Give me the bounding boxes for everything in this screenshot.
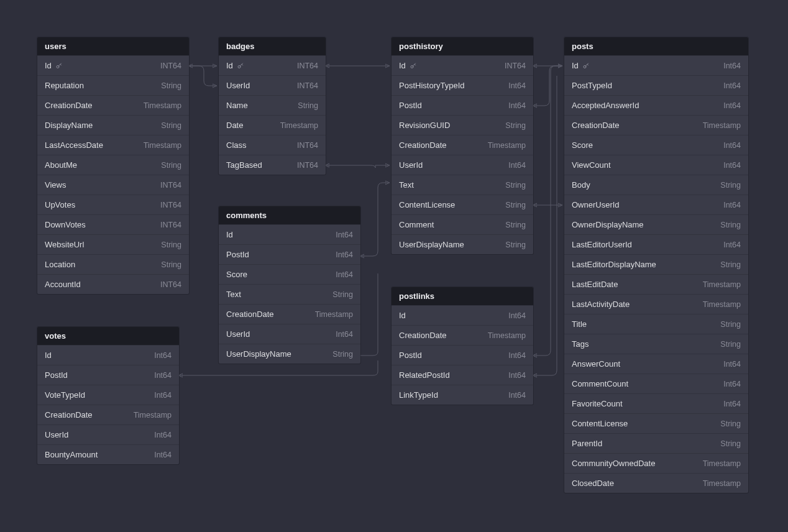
table-row[interactable]: DisplayNameString bbox=[37, 115, 189, 135]
column-type: String bbox=[505, 121, 526, 130]
table-row[interactable]: UserIdINT64 bbox=[219, 75, 326, 95]
column-name-text: RelatedPostId bbox=[399, 370, 450, 380]
table-row[interactable]: ClosedDateTimestamp bbox=[564, 473, 748, 493]
table-header[interactable]: posthistory bbox=[392, 37, 533, 55]
table-row[interactable]: CreationDateTimestamp bbox=[37, 95, 189, 115]
column-name-text: Date bbox=[226, 121, 243, 130]
table-row[interactable]: TagsString bbox=[564, 334, 748, 354]
table-row[interactable]: ParentIdString bbox=[564, 433, 748, 453]
table-row[interactable]: RevisionGUIDString bbox=[392, 115, 533, 135]
column-type: Timestamp bbox=[703, 300, 741, 309]
table-row[interactable]: CommentString bbox=[392, 214, 533, 234]
table-row[interactable]: LastEditDateTimestamp bbox=[564, 274, 748, 294]
table-row[interactable]: AccountIdINT64 bbox=[37, 274, 189, 294]
table-row[interactable]: UserIdInt64 bbox=[219, 324, 360, 344]
table-row[interactable]: ContentLicenseString bbox=[392, 195, 533, 214]
table-row[interactable]: AboutMeString bbox=[37, 155, 189, 175]
table-row[interactable]: AcceptedAnswerIdInt64 bbox=[564, 95, 748, 115]
table-row[interactable]: PostIdInt64 bbox=[37, 365, 179, 385]
table-row[interactable]: ViewsINT64 bbox=[37, 175, 189, 195]
table-row[interactable]: CreationDateTimestamp bbox=[392, 325, 533, 345]
table-row[interactable]: PostIdInt64 bbox=[219, 244, 360, 264]
column-name-text: PostId bbox=[45, 370, 68, 380]
column-name-text: Id bbox=[399, 61, 406, 70]
column-type: String bbox=[505, 181, 526, 190]
table-header[interactable]: postlinks bbox=[392, 287, 533, 305]
table-postlinks[interactable]: postlinksIdInt64CreationDateTimestampPos… bbox=[392, 287, 533, 405]
table-row[interactable]: ViewCountInt64 bbox=[564, 155, 748, 175]
table-row[interactable]: TitleString bbox=[564, 314, 748, 334]
table-row[interactable]: CreationDateTimestamp bbox=[219, 304, 360, 324]
table-users[interactable]: usersIdINT64ReputationStringCreationDate… bbox=[37, 37, 189, 294]
table-row[interactable]: LastAccessDateTimestamp bbox=[37, 135, 189, 155]
column-name-text: CreationDate bbox=[399, 140, 447, 150]
column-name-text: Id bbox=[45, 61, 52, 70]
table-row[interactable]: CommentCountInt64 bbox=[564, 374, 748, 393]
column-type: Timestamp bbox=[280, 121, 318, 130]
table-row[interactable]: PostIdInt64 bbox=[392, 95, 533, 115]
table-row[interactable]: BodyString bbox=[564, 175, 748, 195]
column-type: String bbox=[332, 290, 353, 299]
table-row[interactable]: AnswerCountInt64 bbox=[564, 354, 748, 374]
table-header[interactable]: comments bbox=[219, 206, 360, 224]
table-row[interactable]: LastActivityDateTimestamp bbox=[564, 294, 748, 314]
table-row[interactable]: FavoriteCountInt64 bbox=[564, 393, 748, 413]
table-row[interactable]: PostIdInt64 bbox=[392, 345, 533, 365]
table-row[interactable]: PostHistoryTypeIdInt64 bbox=[392, 75, 533, 95]
table-posts[interactable]: postsIdInt64PostTypeIdInt64AcceptedAnswe… bbox=[564, 37, 748, 493]
table-row[interactable]: VoteTypeIdInt64 bbox=[37, 385, 179, 405]
table-row[interactable]: ClassINT64 bbox=[219, 135, 326, 155]
table-votes[interactable]: votesIdInt64PostIdInt64VoteTypeIdInt64Cr… bbox=[37, 327, 179, 464]
table-row[interactable]: IdINT64 bbox=[392, 55, 533, 75]
column-name: Id bbox=[399, 311, 406, 320]
table-row[interactable]: OwnerUserIdInt64 bbox=[564, 195, 748, 214]
table-header[interactable]: users bbox=[37, 37, 189, 55]
table-row[interactable]: CommunityOwnedDateTimestamp bbox=[564, 453, 748, 473]
table-row[interactable]: ReputationString bbox=[37, 75, 189, 95]
table-row[interactable]: ContentLicenseString bbox=[564, 413, 748, 433]
table-row[interactable]: LocationString bbox=[37, 254, 189, 274]
column-name-text: Id bbox=[45, 351, 52, 360]
table-row[interactable]: LinkTypeIdInt64 bbox=[392, 385, 533, 405]
column-type: String bbox=[720, 260, 741, 269]
table-row[interactable]: IdInt64 bbox=[392, 305, 533, 325]
table-row[interactable]: RelatedPostIdInt64 bbox=[392, 365, 533, 385]
table-row[interactable]: DownVotesINT64 bbox=[37, 214, 189, 234]
table-row[interactable]: CreationDateTimestamp bbox=[37, 405, 179, 424]
table-row[interactable]: LastEditorDisplayNameString bbox=[564, 254, 748, 274]
column-name-text: CreationDate bbox=[45, 101, 93, 110]
table-row[interactable]: DateTimestamp bbox=[219, 115, 326, 135]
table-row[interactable]: IdINT64 bbox=[37, 55, 189, 75]
table-header[interactable]: badges bbox=[219, 37, 326, 55]
table-posthistory[interactable]: posthistoryIdINT64PostHistoryTypeIdInt64… bbox=[392, 37, 533, 254]
table-row[interactable]: IdINT64 bbox=[219, 55, 326, 75]
table-header[interactable]: posts bbox=[564, 37, 748, 55]
table-row[interactable]: IdInt64 bbox=[37, 345, 179, 365]
table-row[interactable]: UserIdInt64 bbox=[392, 155, 533, 175]
table-row[interactable]: ScoreInt64 bbox=[564, 135, 748, 155]
table-row[interactable]: CreationDateTimestamp bbox=[564, 115, 748, 135]
table-row[interactable]: NameString bbox=[219, 95, 326, 115]
table-row[interactable]: UserDisplayNameString bbox=[392, 234, 533, 254]
table-row[interactable]: IdInt64 bbox=[564, 55, 748, 75]
table-row[interactable]: CreationDateTimestamp bbox=[392, 135, 533, 155]
table-row[interactable]: TextString bbox=[219, 284, 360, 304]
table-row[interactable]: OwnerDisplayNameString bbox=[564, 214, 748, 234]
column-name-text: ViewCount bbox=[572, 160, 611, 170]
table-row[interactable]: TagBasedINT64 bbox=[219, 155, 326, 175]
table-row[interactable]: UpVotesINT64 bbox=[37, 195, 189, 214]
table-row[interactable]: LastEditorUserIdInt64 bbox=[564, 234, 748, 254]
erd-canvas[interactable]: usersIdINT64ReputationStringCreationDate… bbox=[0, 0, 788, 532]
table-row[interactable]: TextString bbox=[392, 175, 533, 195]
table-row[interactable]: ScoreInt64 bbox=[219, 264, 360, 284]
table-badges[interactable]: badgesIdINT64UserIdINT64NameStringDateTi… bbox=[219, 37, 326, 175]
table-row[interactable]: BountyAmountInt64 bbox=[37, 444, 179, 464]
table-header[interactable]: votes bbox=[37, 327, 179, 345]
table-row[interactable]: WebsiteUrlString bbox=[37, 234, 189, 254]
table-row[interactable]: IdInt64 bbox=[219, 224, 360, 244]
table-row[interactable]: PostTypeIdInt64 bbox=[564, 75, 748, 95]
column-name-text: Text bbox=[226, 290, 241, 299]
table-row[interactable]: UserIdInt64 bbox=[37, 424, 179, 444]
table-comments[interactable]: commentsIdInt64PostIdInt64ScoreInt64Text… bbox=[219, 206, 360, 364]
table-row[interactable]: UserDisplayNameString bbox=[219, 344, 360, 364]
